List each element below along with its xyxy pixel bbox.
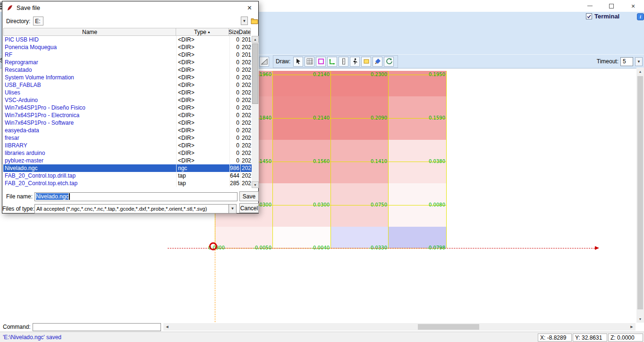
file-name-cell: Ulises <box>3 89 176 96</box>
file-row[interactable]: USB_FABLAB<DIR>0202 <box>3 81 252 89</box>
file-row[interactable]: Win7x64SP1Pro - Diseño Fisico<DIR>0202 <box>3 104 252 111</box>
file-row[interactable]: Reprogramar<DIR>0202 <box>3 59 252 66</box>
file-row[interactable]: Ulises<DIR>0202 <box>3 89 252 96</box>
refresh-button[interactable] <box>384 57 394 67</box>
scroll-up-icon[interactable]: ▲ <box>252 36 259 43</box>
horizontal-scroll-thumb[interactable] <box>418 324 479 330</box>
file-row[interactable]: PIC USB HID<DIR>0201 <box>3 36 252 43</box>
select-button[interactable] <box>293 57 303 67</box>
file-name-cell: pybluez-master <box>3 157 176 164</box>
file-name-selected-text: Nivelado.ngc <box>36 193 68 200</box>
file-row[interactable]: FAB_20_Control.top.drill.taptap644202 <box>3 172 252 180</box>
dialog-titlebar[interactable]: Save file × <box>2 1 258 14</box>
grid-button[interactable] <box>305 57 314 67</box>
scroll-right-icon[interactable]: ▶ <box>628 323 636 331</box>
file-row[interactable]: Win7x64SP1Pro - Software<DIR>0202 <box>3 119 252 127</box>
file-row[interactable]: fresar<DIR>0202 <box>3 134 252 142</box>
probe-value-label: 0.0300 <box>300 202 330 208</box>
file-row[interactable]: Nivelado.ngcngc986202 <box>3 164 252 172</box>
files-of-type-value: All accepted (*.ngc,*.cnc,*.nc,*.tap,*.g… <box>36 206 207 212</box>
file-row[interactable]: Ponencia Moquegua<DIR>0202 <box>3 43 252 51</box>
column-header-name[interactable]: Name <box>3 28 176 36</box>
rapid-move-button[interactable] <box>350 57 360 67</box>
timeout-input[interactable]: 5 <box>620 57 633 66</box>
close-button[interactable]: × <box>622 0 644 12</box>
text-caret <box>69 193 70 200</box>
file-size-cell: 0 <box>229 74 240 81</box>
file-row[interactable]: Win7x64SP1Pro - Electronica<DIR>0202 <box>3 111 252 119</box>
file-type-cell: tap <box>176 180 229 187</box>
file-date-cell: 202 <box>240 172 252 180</box>
file-date-cell: 202 <box>240 104 252 111</box>
file-name-input[interactable]: Nivelado.ngc <box>34 192 237 201</box>
cancel-button[interactable]: Cancel <box>239 203 259 213</box>
probe-value-label: -0.0050 <box>242 245 271 251</box>
file-name-cell: Win7x64SP1Pro - Electronica <box>3 111 176 119</box>
file-row[interactable]: RF<DIR>0201 <box>3 51 252 59</box>
workarea-button[interactable] <box>361 57 371 67</box>
folder-icon <box>251 17 258 24</box>
file-row[interactable]: System Volume Information<DIR>0202 <box>3 74 252 81</box>
directory-combobox[interactable]: E: <box>33 17 43 26</box>
file-row[interactable]: easyeda-data<DIR>0202 <box>3 127 252 134</box>
file-date-cell: 201 <box>240 51 252 59</box>
maximize-button[interactable] <box>601 0 622 12</box>
level-button[interactable] <box>259 57 269 67</box>
probe-ruler-button[interactable] <box>339 57 348 67</box>
file-type-cell: <DIR> <box>176 134 229 142</box>
canvas-horizontal-scrollbar[interactable]: ◀ ▶ <box>163 323 636 331</box>
scroll-down-icon[interactable]: ▼ <box>252 181 259 188</box>
column-header-type-label: Type <box>194 29 206 35</box>
terminal-toggle[interactable]: Terminal <box>586 13 619 20</box>
paint-button[interactable] <box>373 57 382 67</box>
scroll-up-icon[interactable]: ▲ <box>636 68 644 75</box>
margin-button[interactable] <box>316 57 326 67</box>
tk-feather-icon <box>6 4 14 12</box>
maximize-icon <box>609 4 614 9</box>
column-header-size[interactable]: Size <box>229 28 239 36</box>
file-row[interactable]: FAB_20_Control.top.etch.taptap285202 <box>3 180 252 187</box>
timeout-dropdown-icon[interactable]: ▼ <box>635 57 643 66</box>
command-input[interactable] <box>33 323 161 331</box>
dialog-close-icon[interactable]: × <box>247 4 252 12</box>
file-row[interactable]: Rescatado<DIR>0202 <box>3 66 252 74</box>
new-folder-button[interactable] <box>250 16 259 26</box>
file-name-row: File name: Nivelado.ngc <box>2 191 258 202</box>
scroll-down-icon[interactable]: ▼ <box>636 315 644 323</box>
tool-position-marker <box>209 242 217 250</box>
status-message: 'E:\Nivelado.ngc' saved <box>3 334 61 341</box>
file-list-scrollbar[interactable]: ▲ ▼ <box>252 36 259 188</box>
axes-button[interactable] <box>327 57 337 67</box>
file-row[interactable]: VSC-Arduino<DIR>0202 <box>3 96 252 104</box>
canvas-vertical-scrollbar[interactable]: ▲ ▼ <box>636 68 644 323</box>
level-icon <box>261 58 268 65</box>
file-row[interactable]: pybluez-master<DIR>0202 <box>3 157 252 164</box>
coordinate-y: Y: 32.8631 <box>573 333 607 342</box>
files-of-type-dropdown-icon[interactable]: ▼ <box>229 204 237 214</box>
running-person-icon <box>351 58 359 65</box>
file-row[interactable]: libraries arduino<DIR>0202 <box>3 149 252 157</box>
column-header-date[interactable]: Date <box>239 28 251 36</box>
heatmap-gridline <box>272 71 273 248</box>
probe-value-label: 0.2140 <box>300 115 330 121</box>
file-date-cell: 202 <box>240 74 252 81</box>
directory-dropdown-icon[interactable]: ▼ <box>241 17 248 25</box>
file-name-cell: FAB_20_Control.top.drill.tap <box>3 172 176 180</box>
column-header-type[interactable]: Type▲ <box>176 28 229 36</box>
x-axis-arrow-icon <box>595 246 599 250</box>
vertical-scroll-thumb[interactable] <box>637 76 643 309</box>
file-name-cell: PIC USB HID <box>3 36 176 43</box>
save-button[interactable]: Save <box>239 191 259 201</box>
timeout-label: Timeout: <box>597 58 619 65</box>
scroll-left-icon[interactable]: ◀ <box>163 323 171 331</box>
files-of-type-combobox[interactable]: All accepted (*.ngc,*.cnc,*.nc,*.tap,*.g… <box>34 204 229 214</box>
file-row[interactable]: IIBRARY<DIR>0202 <box>3 142 252 149</box>
refresh-icon <box>385 58 393 65</box>
minimize-icon <box>587 6 593 6</box>
file-date-cell: 202 <box>240 164 252 172</box>
file-list-scroll-thumb[interactable] <box>252 43 258 104</box>
file-name-cell: Nivelado.ngc <box>3 164 176 172</box>
minimize-button[interactable] <box>579 0 601 12</box>
info-icon[interactable]: i <box>637 13 644 20</box>
file-date-cell: 202 <box>240 142 252 149</box>
